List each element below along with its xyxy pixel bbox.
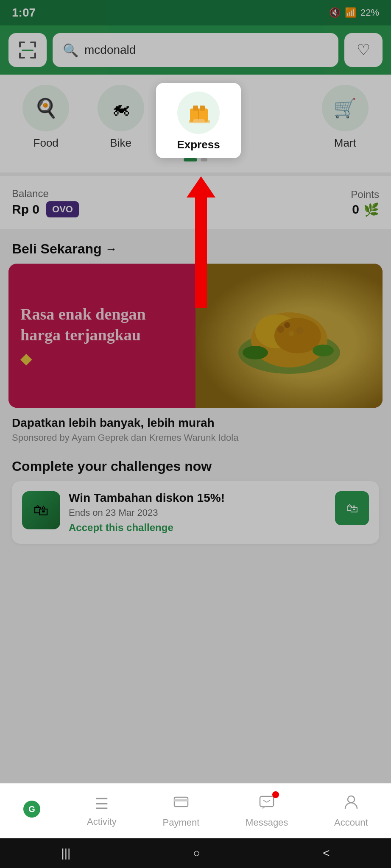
express-label: Express — [250, 136, 290, 150]
android-back-button[interactable]: < — [323, 846, 330, 860]
svg-point-14 — [289, 331, 294, 336]
svg-point-16 — [296, 327, 304, 334]
dot-inactive — [201, 158, 207, 161]
bike-icon: 🏍 — [112, 97, 130, 119]
challenge-accept-link[interactable]: Accept this challenge — [69, 522, 327, 534]
scan-icon — [17, 40, 38, 60]
scan-button[interactable] — [8, 33, 47, 67]
food-icon: 🍳 — [34, 97, 58, 119]
mart-icon-circle: 🛒 — [322, 85, 369, 131]
category-food[interactable]: 🍳 Food — [16, 85, 75, 150]
payment-label: Payment — [163, 817, 200, 828]
beli-title-text: Beli Sekarang — [12, 241, 102, 257]
promo-right — [196, 264, 383, 408]
messages-label: Messages — [246, 817, 288, 828]
promo-left: Rasa enak dengan harga terjangkau ◆ — [8, 264, 196, 408]
svg-rect-29 — [260, 796, 274, 807]
challenge-icon: 🛍 — [22, 491, 60, 529]
svg-rect-21 — [200, 106, 205, 111]
battery-icon: 22% — [360, 7, 379, 18]
search-icon: 🔍 — [63, 43, 78, 58]
promo-diamond: ◆ — [20, 350, 184, 367]
points-label: Points — [351, 189, 379, 200]
search-area: 🔍 mcdonald ♡ — [0, 25, 391, 75]
svg-rect-20 — [193, 106, 198, 111]
balance-right: Points 0 🌿 — [351, 189, 379, 217]
challenge-icon-right: 🛍 — [335, 491, 369, 525]
leaf-icon: 🌿 — [363, 202, 379, 217]
nav-home[interactable]: G — [23, 800, 41, 822]
express-highlight-card[interactable]: Express — [156, 83, 241, 158]
challenges-section: Complete your challenges now 🛍 Win Tamba… — [0, 443, 391, 551]
nav-messages[interactable]: Messages — [246, 794, 288, 828]
category-scroll-dots — [8, 158, 383, 168]
search-box[interactable]: 🔍 mcdonald — [53, 33, 338, 67]
svg-rect-3 — [34, 42, 36, 47]
nav-activity[interactable]: ☰ Activity — [87, 795, 117, 827]
account-label: Account — [334, 817, 368, 828]
express-highlight-label: Express — [177, 138, 220, 151]
android-home-button[interactable]: ○ — [193, 846, 200, 860]
promo-desc-subtitle: Sponsored by Ayam Geprek dan Kremes Waru… — [12, 432, 379, 443]
category-bike[interactable]: 🏍 Bike — [91, 85, 151, 150]
food-icon-circle: 🍳 — [22, 85, 69, 131]
svg-rect-7 — [34, 53, 36, 58]
challenge-title: Win Tambahan diskon 15%! — [69, 491, 327, 505]
mute-icon: 🔇 — [329, 7, 341, 18]
messages-icon — [259, 794, 275, 814]
payment-icon — [173, 794, 189, 814]
svg-rect-1 — [19, 42, 21, 47]
beli-arrow: → — [105, 242, 117, 256]
nav-payment[interactable]: Payment — [163, 794, 200, 828]
express-box-icon — [184, 98, 213, 128]
favorites-button[interactable]: ♡ — [344, 33, 383, 67]
category-mart[interactable]: 🛒 Mart — [316, 85, 375, 150]
svg-point-32 — [348, 796, 355, 803]
svg-line-30 — [263, 800, 267, 802]
dot-active — [184, 158, 197, 161]
challenge-right-icon: 🛍 — [346, 501, 358, 515]
food-label: Food — [34, 136, 59, 150]
arrow-shaft — [195, 198, 207, 308]
promo-desc-title: Dapatkan lebih banyak, lebih murah — [12, 416, 379, 430]
messages-badge — [272, 791, 279, 798]
status-bar: 1:07 🔇 📶 22% — [0, 0, 391, 25]
activity-icon: ☰ — [95, 795, 109, 813]
balance-amount: Rp 0 — [12, 202, 39, 217]
svg-rect-8 — [22, 50, 34, 51]
challenge-content: Win Tambahan diskon 15%! Ends on 23 Mar … — [69, 491, 327, 534]
svg-line-31 — [267, 800, 270, 802]
express-highlight-circle — [177, 92, 220, 134]
challenge-ends: Ends on 23 Mar 2023 — [69, 507, 327, 518]
svg-text:G: G — [29, 804, 36, 814]
challenges-title: Complete your challenges now — [12, 459, 379, 474]
android-menu-button[interactable]: ||| — [61, 846, 70, 860]
grabmart-icon: 🛍 — [34, 501, 49, 519]
express-icon: 📦 — [259, 97, 282, 119]
challenge-card[interactable]: 🛍 Win Tambahan diskon 15%! Ends on 23 Ma… — [12, 481, 379, 544]
balance-left: Balance Rp 0 OVO — [12, 188, 79, 217]
promo-text: Rasa enak dengan harga terjangkau — [20, 304, 184, 346]
svg-point-17 — [243, 346, 268, 359]
svg-rect-28 — [174, 799, 188, 801]
activity-label: Activity — [87, 816, 117, 827]
svg-point-13 — [277, 326, 284, 333]
bike-icon-circle: 🏍 — [98, 85, 144, 131]
ovo-badge[interactable]: OVO — [46, 201, 79, 217]
status-icons: 🔇 📶 22% — [329, 7, 379, 18]
status-time: 1:07 — [12, 6, 36, 19]
nav-account[interactable]: Account — [334, 794, 368, 828]
home-icon: G — [23, 800, 41, 822]
heart-icon: ♡ — [357, 41, 370, 59]
mart-label: Mart — [334, 136, 356, 150]
svg-rect-24 — [193, 119, 205, 123]
points-amount: 0 — [352, 202, 359, 217]
promo-description: Dapatkan lebih banyak, lebih murah Spons… — [0, 408, 391, 443]
svg-rect-5 — [19, 53, 21, 58]
express-icon-circle: 📦 — [247, 85, 293, 131]
account-icon — [343, 794, 359, 814]
mart-icon: 🛒 — [333, 97, 357, 119]
svg-point-15 — [284, 322, 290, 328]
svg-point-18 — [313, 345, 334, 356]
wifi-icon: 📶 — [345, 7, 356, 18]
